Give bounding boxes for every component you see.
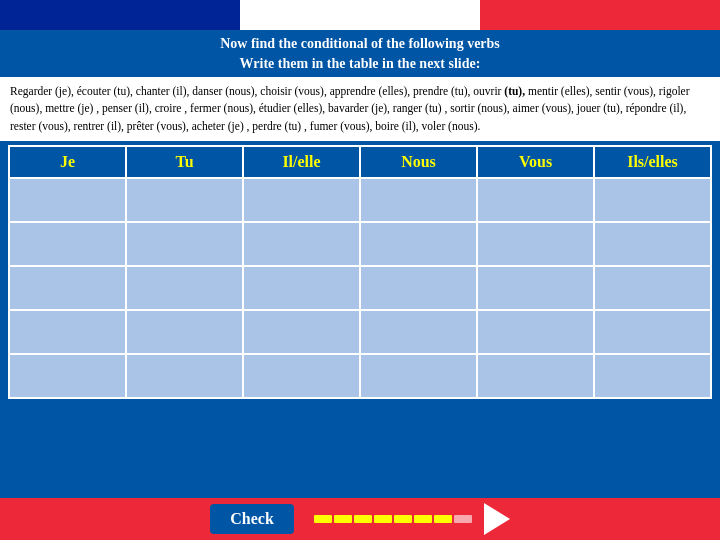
- table-cell[interactable]: [9, 222, 126, 266]
- table-cell[interactable]: [594, 222, 711, 266]
- table-cell[interactable]: [594, 310, 711, 354]
- bottom-bar: Check: [0, 498, 720, 540]
- table-cell[interactable]: [243, 178, 360, 222]
- table-cell[interactable]: [126, 178, 243, 222]
- table-cell[interactable]: [594, 178, 711, 222]
- progress-dot: [354, 515, 372, 523]
- table-cell[interactable]: [9, 266, 126, 310]
- table-cell[interactable]: [360, 354, 477, 398]
- table-row: [9, 178, 711, 222]
- header-tu: Tu: [126, 146, 243, 178]
- instructions-text: Regarder (je), écouter (tu), chanter (il…: [10, 83, 710, 135]
- table-cell[interactable]: [126, 222, 243, 266]
- table-cell[interactable]: [594, 266, 711, 310]
- title-line1: Now find the conditional of the followin…: [8, 34, 712, 54]
- flag-blue: [0, 0, 240, 30]
- table-cell[interactable]: [477, 222, 594, 266]
- table-row: [9, 266, 711, 310]
- header-ilselles: Ils/elles: [594, 146, 711, 178]
- progress-dot: [434, 515, 452, 523]
- table-cell[interactable]: [9, 178, 126, 222]
- check-button[interactable]: Check: [210, 504, 294, 534]
- table-cell[interactable]: [126, 266, 243, 310]
- progress-dot: [334, 515, 352, 523]
- next-arrow-icon[interactable]: [484, 503, 510, 535]
- table-cell[interactable]: [9, 310, 126, 354]
- table-cell[interactable]: [9, 354, 126, 398]
- table-cell[interactable]: [243, 354, 360, 398]
- table-cell[interactable]: [360, 178, 477, 222]
- header-ilelle: Il/elle: [243, 146, 360, 178]
- table-row: [9, 310, 711, 354]
- progress-dot: [454, 515, 472, 523]
- table-cell[interactable]: [243, 266, 360, 310]
- table-cell[interactable]: [360, 266, 477, 310]
- table-cell[interactable]: [477, 310, 594, 354]
- table-cell[interactable]: [360, 310, 477, 354]
- header-je: Je: [9, 146, 126, 178]
- table-cell[interactable]: [360, 222, 477, 266]
- title-area: Now find the conditional of the followin…: [0, 30, 720, 77]
- table-header-row: Je Tu Il/elle Nous Vous Ils/elles: [9, 146, 711, 178]
- table-row: [9, 354, 711, 398]
- arrow-container: [314, 503, 510, 535]
- table-cell[interactable]: [477, 266, 594, 310]
- table-cell[interactable]: [243, 222, 360, 266]
- table-cell[interactable]: [477, 354, 594, 398]
- progress-dot: [414, 515, 432, 523]
- flag-red: [480, 0, 720, 30]
- title-line2: Write them in the table in the next slid…: [8, 54, 712, 74]
- table-cell[interactable]: [126, 310, 243, 354]
- conjugation-table: Je Tu Il/elle Nous Vous Ils/elles: [8, 145, 712, 399]
- table-cell[interactable]: [243, 310, 360, 354]
- instructions: Regarder (je), écouter (tu), chanter (il…: [0, 77, 720, 141]
- progress-dot: [394, 515, 412, 523]
- progress-dots: [314, 515, 472, 523]
- progress-dot: [374, 515, 392, 523]
- table-container: Je Tu Il/elle Nous Vous Ils/elles: [0, 141, 720, 403]
- table-row: [9, 222, 711, 266]
- table-cell[interactable]: [126, 354, 243, 398]
- progress-dot: [314, 515, 332, 523]
- flag-bar: [0, 0, 720, 30]
- header-vous: Vous: [477, 146, 594, 178]
- table-cell[interactable]: [477, 178, 594, 222]
- header-nous: Nous: [360, 146, 477, 178]
- table-cell[interactable]: [594, 354, 711, 398]
- flag-white: [240, 0, 480, 30]
